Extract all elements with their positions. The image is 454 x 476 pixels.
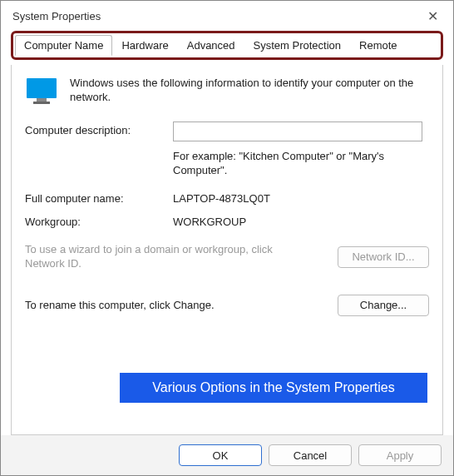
tab-system-protection[interactable]: System Protection	[244, 35, 351, 56]
tab-remote[interactable]: Remote	[350, 35, 407, 56]
intro-text: Windows uses the following information t…	[70, 77, 429, 105]
network-id-button[interactable]: Network ID...	[338, 246, 429, 268]
svg-rect-0	[27, 78, 57, 98]
tab-computer-name[interactable]: Computer Name	[15, 35, 112, 56]
tab-hardware[interactable]: Hardware	[112, 35, 177, 56]
system-properties-window: System Properties ✕ Computer Name Hardwa…	[0, 0, 454, 476]
window-title: System Properties	[12, 10, 101, 22]
svg-rect-2	[33, 102, 50, 104]
titlebar: System Properties ✕	[1, 1, 453, 31]
rename-text: To rename this computer, click Change.	[25, 299, 215, 311]
change-button[interactable]: Change...	[338, 295, 429, 316]
close-icon[interactable]: ✕	[421, 5, 445, 27]
tabstrip: Computer Name Hardware Advanced System P…	[15, 35, 439, 56]
workgroup-label: Workgroup:	[25, 213, 173, 228]
tab-advanced[interactable]: Advanced	[178, 35, 244, 56]
desc-example: For example: "Kitchen Computer" or "Mary…	[173, 150, 422, 178]
svg-rect-1	[37, 98, 47, 102]
apply-button[interactable]: Apply	[358, 444, 442, 466]
workgroup-value: WORKGROUP	[173, 213, 246, 228]
computer-description-input[interactable]	[173, 121, 422, 141]
tabs-highlight-box: Computer Name Hardware Advanced System P…	[11, 31, 443, 60]
fullname-value: LAPTOP-4873LQ0T	[173, 190, 270, 205]
desc-label: Computer description:	[25, 121, 173, 136]
tab-panel: Windows uses the following information t…	[11, 65, 443, 435]
monitor-icon	[25, 77, 58, 107]
annotation-callout: Various Options in the System Properties	[120, 373, 427, 403]
cancel-button[interactable]: Cancel	[269, 444, 352, 466]
wizard-text: To use a wizard to join a domain or work…	[25, 243, 274, 271]
ok-button[interactable]: OK	[179, 444, 262, 466]
fullname-label: Full computer name:	[25, 190, 173, 205]
dialog-footer: OK Cancel Apply	[1, 435, 453, 475]
